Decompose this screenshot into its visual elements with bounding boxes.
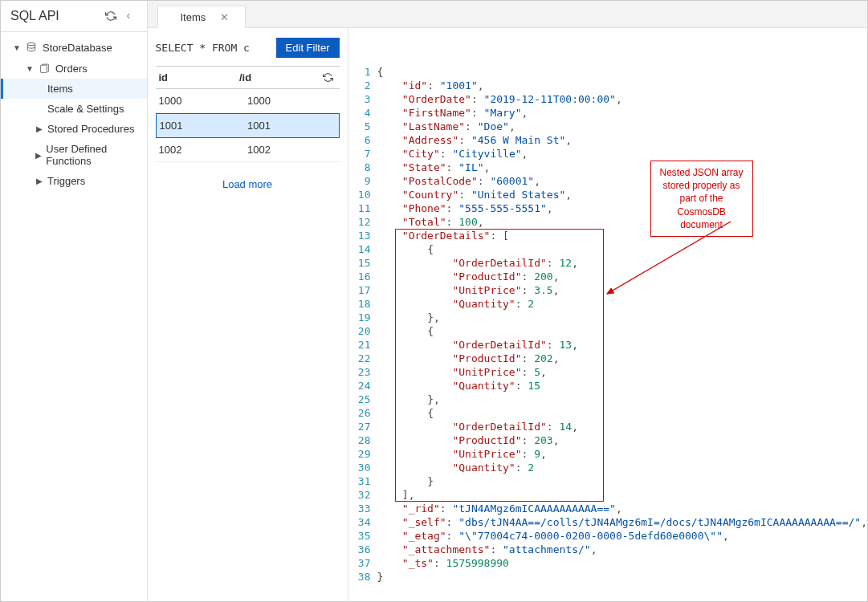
sidebar-header: SQL API <box>1 1 147 32</box>
svg-point-0 <box>27 43 35 46</box>
tree-container[interactable]: ▼ Orders <box>1 58 147 79</box>
close-icon[interactable]: ✕ <box>220 11 229 23</box>
list-item[interactable]: 1002 1002 <box>156 138 340 162</box>
tree-item-sprocs[interactable]: ▶ Stored Procedures <box>1 119 147 139</box>
tree-item-label: Triggers <box>47 175 85 187</box>
cell-id: 1002 <box>159 144 248 156</box>
container-icon <box>38 62 51 75</box>
tree-item-items[interactable]: Items <box>1 79 147 99</box>
load-more-link[interactable]: Load more <box>156 162 340 206</box>
tree-database[interactable]: ▼ StoreDatabase <box>1 37 147 58</box>
refresh-icon[interactable] <box>320 71 336 83</box>
tree-item-label: Items <box>47 83 73 95</box>
edit-filter-button[interactable]: Edit Filter <box>276 38 340 58</box>
caret-right-icon: ▶ <box>35 151 43 160</box>
tree-item-label: User Defined Functions <box>46 143 140 167</box>
json-editor[interactable]: 1234567891011121314151617181920212223242… <box>348 28 868 601</box>
caret-right-icon: ▶ <box>35 124 44 133</box>
cell-id: 1000 <box>159 95 248 107</box>
tree-item-label: Stored Procedures <box>47 123 134 135</box>
list-item[interactable]: 1000 1000 <box>156 89 340 113</box>
tree-item-triggers[interactable]: ▶ Triggers <box>1 171 147 191</box>
cell-pkey: 1002 <box>247 144 336 156</box>
tree-item-scale[interactable]: Scale & Settings <box>1 99 147 119</box>
caret-right-icon: ▶ <box>35 177 44 185</box>
tabs-bar: Items ✕ <box>148 1 868 28</box>
main: Items ✕ SELECT * FROM c Edit Filter id /… <box>148 1 868 601</box>
col-pkey: /id <box>239 71 320 83</box>
tree-item-udfs[interactable]: ▶ User Defined Functions <box>1 139 147 171</box>
code-area: { "id": "1001", "OrderDate": "2019-12-11… <box>377 65 868 601</box>
cell-pkey: 1000 <box>247 95 336 107</box>
query-row: SELECT * FROM c Edit Filter <box>156 38 340 58</box>
svg-rect-1 <box>40 65 47 72</box>
caret-down-icon: ▼ <box>25 64 35 73</box>
tree-item-label: Scale & Settings <box>47 103 124 115</box>
tab-items[interactable]: Items ✕ <box>157 6 247 28</box>
line-gutter: 1234567891011121314151617181920212223242… <box>348 65 377 601</box>
sidebar: SQL API ▼ StoreDatabase ▼ Orders <box>1 1 148 601</box>
col-id: id <box>159 71 240 83</box>
cell-pkey: 1001 <box>247 120 336 132</box>
database-icon <box>25 41 38 54</box>
tree-container-label: Orders <box>55 63 88 75</box>
query-text: SELECT * FROM c <box>156 42 276 54</box>
api-title: SQL API <box>10 9 102 23</box>
annotation-callout: Nested JSON array stored properly as par… <box>650 161 753 237</box>
collapse-icon[interactable] <box>120 7 137 25</box>
list-item[interactable]: 1001 1001 <box>156 113 340 138</box>
items-panel: SELECT * FROM c Edit Filter id /id 1000 … <box>148 28 348 601</box>
caret-down-icon: ▼ <box>12 43 22 52</box>
list-header: id /id <box>156 66 340 89</box>
tree: ▼ StoreDatabase ▼ Orders Items Scale & S… <box>1 32 147 196</box>
refresh-icon[interactable] <box>102 7 120 25</box>
cell-id: 1001 <box>160 120 248 132</box>
tab-label: Items <box>181 11 206 23</box>
tree-db-label: StoreDatabase <box>43 42 112 54</box>
